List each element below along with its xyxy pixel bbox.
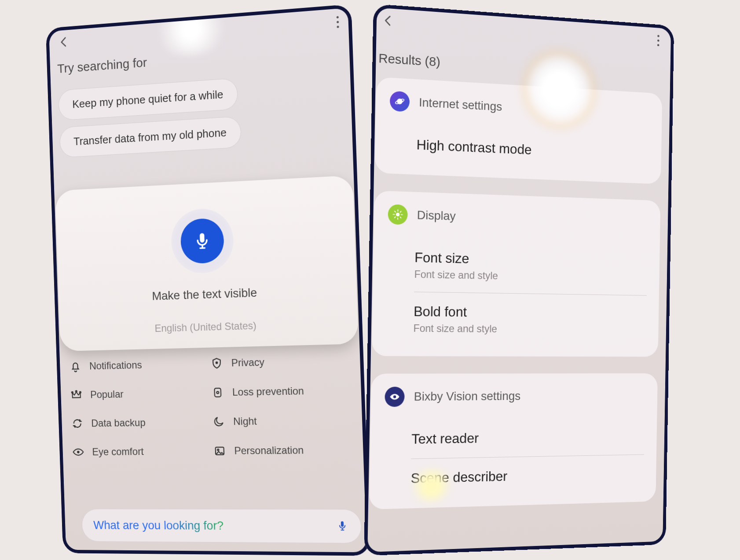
kebab-dot-icon [657, 44, 659, 46]
result-item-subtitle: Font size and style [414, 268, 647, 284]
result-item-title: Text reader [411, 428, 645, 447]
quick-item-popular[interactable]: Popular [70, 385, 205, 402]
quick-item-label: Personalization [234, 444, 304, 457]
results-list: Internet settingsHigh contrast modeDispl… [369, 77, 662, 509]
kebab-dot-icon [337, 25, 339, 28]
more-options-button[interactable] [657, 35, 659, 46]
sync-icon [70, 416, 84, 431]
result-group-display: DisplayFont sizeFont size and styleBold … [372, 190, 661, 356]
result-item[interactable]: Font sizeFont size and style [387, 240, 648, 293]
svg-rect-4 [214, 388, 221, 397]
top-bar [377, 8, 663, 52]
search-mic-button[interactable] [336, 520, 349, 533]
search-placeholder-text: What are you looking for? [93, 518, 336, 533]
moon-icon [211, 414, 226, 429]
phone-right: Results (8) Internet settingsHigh contra… [364, 4, 674, 556]
svg-line-17 [400, 217, 401, 218]
svg-point-8 [217, 449, 219, 451]
rect-icon [210, 385, 225, 400]
quick-item-night[interactable]: Night [211, 412, 352, 429]
quick-item-data-backup[interactable]: Data backup [70, 415, 205, 431]
quick-access-grid: NotificationsPrivacyPopularLoss preventi… [65, 353, 359, 459]
microphone-icon [193, 231, 212, 251]
result-item-subtitle: Font size and style [413, 322, 646, 336]
chevron-left-icon [382, 14, 395, 28]
quick-item-label: Data backup [91, 417, 146, 429]
result-group-title: Internet settings [419, 95, 502, 114]
kebab-dot-icon [657, 39, 659, 41]
voice-language-label[interactable]: English (United States) [71, 317, 345, 337]
results-count-label: Results (8) [378, 51, 663, 83]
result-group-internet-settings: Internet settingsHigh contrast mode [375, 77, 662, 184]
result-group-bixby-vision-settings: Bixby Vision settingsText readerScene de… [369, 373, 658, 509]
screen-search-suggestions: Try searching for Keep my phone quiet fo… [46, 4, 370, 556]
photo-canvas: Try searching for Keep my phone quiet fo… [0, 0, 740, 560]
result-item-title: Scene describer [410, 465, 644, 487]
back-button[interactable] [58, 35, 70, 51]
svg-point-6 [77, 451, 80, 453]
quick-item-personalization[interactable]: Personalization [212, 442, 354, 458]
sun-icon [388, 204, 408, 225]
search-bar[interactable]: What are you looking for? [81, 509, 362, 543]
result-group-header[interactable]: Display [388, 204, 648, 232]
result-group-header[interactable]: Internet settings [390, 91, 650, 124]
quick-item-label: Eye comfort [92, 446, 144, 458]
shield-icon [209, 356, 224, 371]
kebab-dot-icon [337, 16, 339, 18]
quick-item-label: Privacy [231, 356, 264, 369]
svg-line-19 [400, 211, 401, 212]
svg-line-16 [395, 211, 396, 212]
chevron-left-icon [58, 35, 70, 49]
quick-item-loss-prevention[interactable]: Loss prevention [210, 383, 352, 400]
suggestion-chip[interactable]: Transfer data from my old phone [59, 116, 242, 158]
result-item[interactable]: Bold fontFont size and style [386, 295, 647, 345]
quick-item-label: Notifications [89, 359, 142, 372]
back-button[interactable] [381, 14, 395, 30]
voice-input-card: Make the text visible English (United St… [55, 175, 359, 351]
voice-transcript: Make the text visible [70, 283, 344, 305]
microphone-button[interactable] [170, 207, 234, 274]
kebab-dot-icon [657, 35, 659, 37]
quick-item-label: Loss prevention [232, 385, 304, 398]
result-item-title: Bold font [414, 303, 647, 322]
result-item-title: High contrast mode [416, 137, 649, 163]
svg-line-18 [395, 217, 396, 218]
result-group-header[interactable]: Bixby Vision settings [385, 386, 645, 407]
result-item[interactable]: Scene describer [383, 457, 644, 496]
result-item-title: Font size [414, 249, 647, 270]
microphone-icon [336, 520, 349, 533]
more-options-button[interactable] [337, 16, 339, 28]
result-item[interactable]: Text reader [384, 420, 645, 456]
screen-search-results: Results (8) Internet settingsHigh contra… [364, 4, 674, 556]
result-group-title: Bixby Vision settings [414, 389, 521, 404]
quick-item-label: Night [233, 415, 257, 427]
svg-point-11 [396, 213, 400, 217]
quick-item-eye-comfort[interactable]: Eye comfort [71, 444, 206, 459]
suggestion-chips: Keep my phone quiet for a while Transfer… [55, 67, 347, 161]
image-icon [212, 444, 227, 458]
eye-icon [71, 445, 85, 459]
result-group-title: Display [417, 208, 456, 223]
crown-icon [70, 388, 84, 402]
planet-icon [390, 91, 410, 112]
phone-left: Try searching for Keep my phone quiet fo… [46, 4, 370, 556]
bell-icon [69, 359, 83, 374]
svg-point-0 [216, 362, 218, 364]
quick-item-privacy[interactable]: Privacy [209, 353, 351, 371]
svg-point-5 [216, 391, 219, 393]
suggestion-chip[interactable]: Keep my phone quiet for a while [58, 78, 238, 120]
eye-solid-icon [385, 387, 405, 407]
result-item[interactable]: High contrast mode [389, 127, 649, 171]
kebab-dot-icon [337, 21, 339, 23]
quick-item-label: Popular [90, 388, 124, 400]
quick-item-notifications[interactable]: Notifications [69, 356, 203, 374]
